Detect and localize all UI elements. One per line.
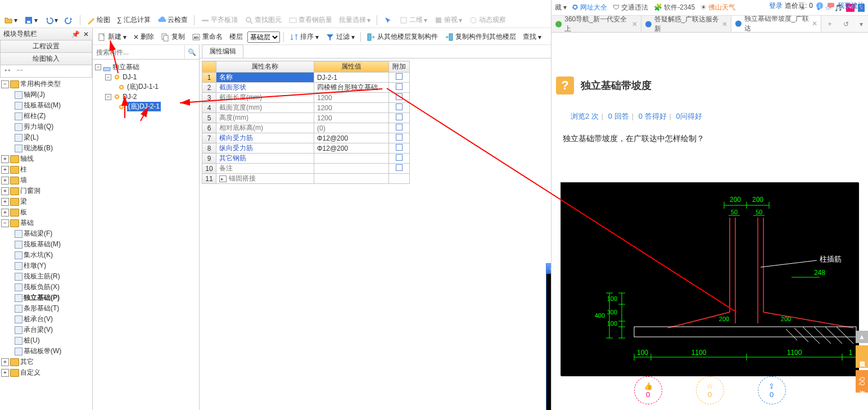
copy-from-floor-button[interactable]: 从其他楼层复制构件 [364,31,440,43]
tab-property-edit[interactable]: 属性编辑 [202,44,243,58]
tree-item[interactable]: 框柱(Z) [24,111,46,121]
tree-group[interactable]: 基础 [20,218,34,228]
twisty-icon[interactable]: − [1,219,9,227]
property-row[interactable]: 5高度(mm)1200 [202,113,410,123]
property-row[interactable]: 3截面长度(mm)1200 [202,93,410,103]
twisty-icon[interactable]: + [1,198,9,206]
find-button[interactable]: 查找 ▾ [521,31,544,43]
tree-item[interactable]: 基础板带(W) [24,346,61,356]
pin-icon[interactable]: 📌 [71,30,80,38]
tree-group[interactable]: 柱 [20,165,27,174]
tree-root[interactable]: 常用构件类型 [20,79,61,89]
property-row[interactable]: 8纵向受力筋Φ12@200 [202,143,410,154]
save-button[interactable]: ▾ [22,15,39,26]
login-link[interactable]: 登录 [769,1,783,11]
redo-button[interactable] [63,15,75,26]
filter-button[interactable]: 过滤 ▾ [323,31,357,43]
property-row[interactable]: 1名称DJ-2-1 [202,73,410,83]
tree-item[interactable]: 条形基础(T) [24,304,59,313]
back-to-top-button[interactable]: ▲ [856,331,868,343]
tree-group[interactable]: 轴线 [20,154,34,164]
twisty-icon[interactable]: + [1,155,9,163]
tree-item-selected[interactable]: 独立基础(P) [24,293,60,303]
property-grid[interactable]: 属性名称 属性值 附加 1名称DJ-2-12截面形状四棱锥台形独立基础3截面长度… [202,61,410,184]
tree-group[interactable]: 自定义 [20,368,40,377]
component-tree[interactable]: − 独立基础 − DJ-1 (底)DJ-1-1 − DJ-2 (底)DJ-2-1 [93,60,199,114]
prop-value[interactable]: 1200 [314,93,389,103]
prop-value[interactable]: Φ12@200 [314,143,389,154]
prop-extra[interactable] [389,143,410,154]
cloud-check-button[interactable]: 云检查 [156,14,189,26]
tree-item[interactable]: 柱墩(Y) [24,261,46,271]
search-input[interactable] [93,45,184,59]
twisty-icon[interactable]: + [1,358,9,366]
prop-value[interactable]: 1200 [314,103,389,113]
tree-item[interactable]: 轴网(J) [24,90,45,100]
tree-group[interactable]: 梁 [20,197,27,206]
prop-value[interactable] [314,154,389,164]
tree-item[interactable]: 桩(U) [24,336,40,345]
browser-tab[interactable]: 360导航_新一代安全上✕ [551,16,641,32]
tree-item[interactable]: 剪力墙(Q) [24,122,53,132]
prop-extra[interactable] [389,93,410,103]
property-row[interactable]: 11▸ 锚固搭接 [202,174,410,184]
suggest-link[interactable]: 我要建议 [838,1,865,11]
picker-button[interactable] [382,15,394,26]
undo-button[interactable]: ▾ [43,15,60,26]
twisty-icon[interactable]: + [1,187,9,195]
twisty-icon[interactable]: − [95,64,101,70]
new-tab-button[interactable]: ＋ [826,19,833,29]
tree-item[interactable]: 筏板负筋(X) [24,282,60,292]
search-button[interactable]: 🔍 [184,45,199,59]
property-row[interactable]: 10备注 [202,164,410,174]
tab-list-button[interactable]: ▾ [860,20,863,28]
browser-tab[interactable]: 答疑解惑_广联达服务新✕ [641,16,731,32]
tree-item[interactable]: 桩承台(V) [24,314,53,324]
favorite-button[interactable]: ☆0 [696,376,724,404]
open-button[interactable]: ▾ [2,15,19,26]
prop-value[interactable] [314,164,389,174]
follow-us-button[interactable]: 关注我们 [856,345,868,368]
dj2-bottom-node-selected[interactable]: (底)DJ-2-1 [127,102,161,111]
floor-select[interactable]: 基础层 [247,31,280,43]
prop-value[interactable]: DJ-2-1 [314,73,389,83]
close-icon[interactable]: ✕ [83,30,89,38]
share-button[interactable]: ⇪0 [758,376,786,404]
dj1-node[interactable]: DJ-1 [123,73,137,81]
tree-group[interactable]: 墙 [20,175,27,185]
chat-icon[interactable] [826,1,835,10]
copy-button[interactable]: 复制 [159,31,187,43]
browser-tab-active[interactable]: 独立基础带坡度_广联达✕ [731,16,821,32]
tree-group[interactable]: 板 [20,208,27,217]
twisty-icon[interactable]: + [1,369,9,377]
property-row[interactable]: 9其它钢筋 [202,154,410,164]
twisty-icon[interactable]: − [1,80,9,88]
delete-button[interactable]: ✕ 删除 [131,31,156,43]
tab-project-settings[interactable]: 工程设置 [0,40,92,53]
property-row[interactable]: 7横向受力筋Φ12@200 [202,133,410,143]
prop-value[interactable]: 1200 [314,113,389,123]
dj2-node[interactable]: DJ-2 [123,93,137,101]
new-button[interactable]: 新建 ▾ [95,31,129,43]
twisty-icon[interactable]: − [105,74,111,80]
expand-all-icon[interactable]: ⁺⁺ [4,67,11,75]
category-tree[interactable]: −常用构件类型 轴网(J) 筏板基础(M) 框柱(Z) 剪力墙(Q) 梁(L) … [0,78,92,410]
tab-close-icon[interactable]: ✕ [632,20,638,28]
tree-item[interactable]: 筏板基础(M) [24,101,61,110]
tree-item[interactable]: 基础梁(F) [24,229,52,238]
twisty-icon[interactable]: + [1,209,9,217]
property-row[interactable]: 6相对底标高(m)(0) [202,123,410,133]
root-node[interactable]: 独立基础 [112,62,139,72]
prop-extra[interactable] [389,123,410,133]
twisty-icon[interactable]: − [105,94,111,100]
tree-group[interactable]: 其它 [20,357,34,367]
twisty-icon[interactable]: + [1,166,9,174]
tree-item[interactable]: 承台梁(V) [24,325,53,335]
property-row[interactable]: 2截面形状四棱锥台形独立基础 [202,83,410,93]
prop-extra[interactable] [389,154,410,164]
tab-draw-input[interactable]: 绘图输入 [0,53,92,65]
tree-item[interactable]: 梁(L) [24,133,39,142]
prop-extra[interactable] [389,113,410,123]
property-row[interactable]: 4截面宽度(mm)1200 [202,103,410,113]
prop-extra[interactable] [389,83,410,93]
